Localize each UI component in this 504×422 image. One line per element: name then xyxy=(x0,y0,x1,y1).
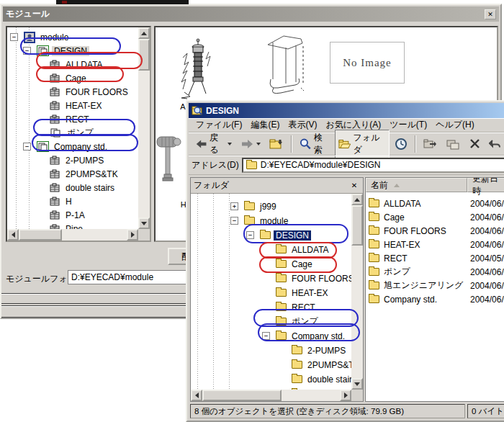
scroll-thumb[interactable] xyxy=(202,390,282,401)
module-tree-hscrollbar[interactable] xyxy=(7,229,138,241)
scroll-down-button[interactable] xyxy=(138,217,150,229)
scroll-up-button[interactable] xyxy=(138,27,150,39)
explorer-tree-item-ポンプ[interactable]: ポンプ xyxy=(262,315,320,328)
collapse-icon[interactable]: − xyxy=(230,217,238,225)
back-dropdown-caret-icon[interactable] xyxy=(228,143,232,148)
scroll-right-button[interactable] xyxy=(340,390,351,401)
folder-pane-close-button[interactable]: ✕ xyxy=(348,181,360,191)
address-combo[interactable]: D:¥EYECAD¥module¥DESIGN xyxy=(242,158,504,173)
folders-button[interactable]: フォルダ xyxy=(335,130,390,158)
module-tree-item-ALLDATA[interactable]: ALLDATA xyxy=(36,58,105,71)
pump-thumbnail[interactable] xyxy=(156,134,184,187)
file-list-header: 名前 更新日時 xyxy=(366,178,504,192)
module-tree-item-FOUR FLOORS[interactable]: FOUR FLOORS xyxy=(36,85,130,99)
module-tree-item-ポンプ[interactable]: ポンプ xyxy=(36,126,96,140)
file-list-row-旭エンジニアリング[interactable]: 旭エンジニアリング2004/06/0 xyxy=(366,279,504,292)
cage-thumbnail[interactable] xyxy=(264,33,311,98)
file-list-row-Cage[interactable]: Cage2004/06/0 xyxy=(366,210,504,224)
collapse-icon[interactable]: − xyxy=(262,332,270,340)
explorer-tree-item-ALLDATA[interactable]: ALLDATA xyxy=(262,243,331,256)
module-tree-item-double stairs[interactable]: double stairs xyxy=(36,181,117,194)
scroll-down-button[interactable] xyxy=(351,378,363,390)
equip-icon xyxy=(50,183,60,193)
explorer-tree-item-j999[interactable]: +j999 xyxy=(230,199,279,213)
module-tree-vscrollbar[interactable] xyxy=(138,27,150,229)
pages-icon xyxy=(50,127,62,138)
explorer-folder-tree: +j999−module−DESIGNALLDATACageFOUR FLOOR… xyxy=(191,194,351,390)
collapse-icon[interactable]: − xyxy=(10,33,18,41)
expand-icon[interactable]: + xyxy=(230,202,238,210)
undo-button[interactable] xyxy=(485,136,504,151)
file-list-row-RECT[interactable]: RECT2004/05/2 xyxy=(366,251,504,265)
file-list-row-Company std.[interactable]: Company std.2004/06/0 xyxy=(366,292,504,306)
module-tree-item-2PUMPS&TK[interactable]: 2PUMPS&TK xyxy=(36,167,120,181)
module-tree-item-Company std.[interactable]: −Company std. xyxy=(23,140,109,153)
history-button[interactable] xyxy=(391,135,411,152)
history-clock-icon xyxy=(395,138,408,150)
delete-button[interactable] xyxy=(466,136,484,151)
module-tree-item-Pipe[interactable]: Pipe xyxy=(36,222,85,229)
scroll-up-button[interactable] xyxy=(351,194,363,205)
folder-up-icon xyxy=(269,138,284,150)
explorer-tree-item-FOUR FLOORS[interactable]: FOUR FLOORS xyxy=(262,271,351,285)
explorer-tree-item-Company std.[interactable]: −Company std. xyxy=(262,329,347,343)
menu-ヘルプ(H)[interactable]: ヘルプ(H) xyxy=(431,117,479,133)
collapse-icon[interactable]: − xyxy=(23,143,31,151)
up-button[interactable] xyxy=(266,135,287,152)
pages-green-icon xyxy=(37,141,49,152)
column-header-date[interactable]: 更新日時 xyxy=(467,178,504,192)
explorer-search-folder-icon xyxy=(192,105,203,116)
module-tree-item-H[interactable]: H xyxy=(36,194,74,208)
explorer-tree-item-2-PUMPS[interactable]: 2-PUMPS xyxy=(278,344,348,357)
file-list-row-ポンプ[interactable]: ポンプ2004/06/0 xyxy=(366,265,504,279)
scroll-left-button[interactable] xyxy=(191,390,202,401)
module-titlebar[interactable]: モジュール ✕ xyxy=(3,6,499,22)
scrollbar-corner xyxy=(351,390,363,401)
back-button[interactable]: 戻る xyxy=(192,130,235,158)
explorer-tree-item-HEAT-EX[interactable]: HEAT-EX xyxy=(262,286,330,300)
collapse-icon[interactable]: − xyxy=(246,231,254,239)
explorer-tree-item-2PUMPS&TK[interactable]: 2PUMPS&TK xyxy=(278,358,351,372)
module-tree-item-Cage[interactable]: Cage xyxy=(36,71,89,85)
file-list-row-HEAT-EX[interactable]: HEAT-EX2004/06/0 xyxy=(366,238,504,251)
explorer-tree-item-module[interactable]: −module xyxy=(230,214,290,228)
module-tree-item-2-PUMPS[interactable]: 2-PUMPS xyxy=(36,153,106,167)
scroll-left-button[interactable] xyxy=(7,229,19,241)
module-tree-item-HEAT-EX[interactable]: HEAT-EX xyxy=(36,99,104,112)
forward-dropdown-caret-icon[interactable] xyxy=(256,143,261,148)
move-to-button[interactable] xyxy=(420,136,441,152)
module-tree-item-module[interactable]: −module xyxy=(10,30,71,44)
folder-pane-vscrollbar[interactable] xyxy=(351,194,363,390)
screenshot-root: モジュール ✕ −module−DESIGNALLDATACageFOUR FL… xyxy=(0,0,504,422)
collapse-icon[interactable]: − xyxy=(23,47,31,55)
no-image-placeholder[interactable]: No Image xyxy=(330,42,405,84)
module-close-button[interactable]: ✕ xyxy=(485,9,496,19)
user-icon xyxy=(24,32,35,43)
scroll-thumb[interactable] xyxy=(351,205,363,246)
explorer-tree-item-DESIGN[interactable]: −DESIGN xyxy=(246,228,311,242)
explorer-tree-item-double stairs[interactable]: double stairs xyxy=(278,372,351,386)
menu-ツール(T)[interactable]: ツール(T) xyxy=(385,117,431,133)
tree-guide-line xyxy=(229,194,230,390)
folder-pane-hscrollbar[interactable] xyxy=(191,390,351,401)
module-tree-item-DESIGN[interactable]: −DESIGN xyxy=(23,44,89,58)
menu-編集(E)[interactable]: 編集(E) xyxy=(246,117,284,133)
folder-pane-title: フォルダ xyxy=(194,179,229,192)
forward-button[interactable] xyxy=(237,136,264,152)
tower-thumbnail[interactable] xyxy=(176,37,217,99)
module-tree-item-RECT[interactable]: RECT xyxy=(36,112,91,126)
tree-guide-line xyxy=(29,27,30,229)
scroll-right-button[interactable] xyxy=(127,229,138,241)
explorer-titlebar[interactable]: DESIGN xyxy=(189,103,504,118)
module-tree-item-P-1A[interactable]: P-1A xyxy=(36,208,87,222)
file-list-row-FOUR FLOORS[interactable]: FOUR FLOORS2004/06/0 xyxy=(366,224,504,238)
module-window-title: モジュール xyxy=(6,8,50,20)
file-list-row-ALLDATA[interactable]: ALLDATA2004/06/0 xyxy=(366,197,504,210)
scroll-thumb[interactable] xyxy=(19,229,62,241)
search-button[interactable]: 検索 xyxy=(296,130,333,158)
explorer-tree-item-Cage[interactable]: Cage xyxy=(262,257,315,271)
copy-to-button[interactable] xyxy=(443,136,464,152)
scroll-thumb[interactable] xyxy=(138,39,150,71)
column-header-name[interactable]: 名前 xyxy=(366,178,467,192)
explorer-tree-item-RECT[interactable]: RECT xyxy=(262,300,318,314)
